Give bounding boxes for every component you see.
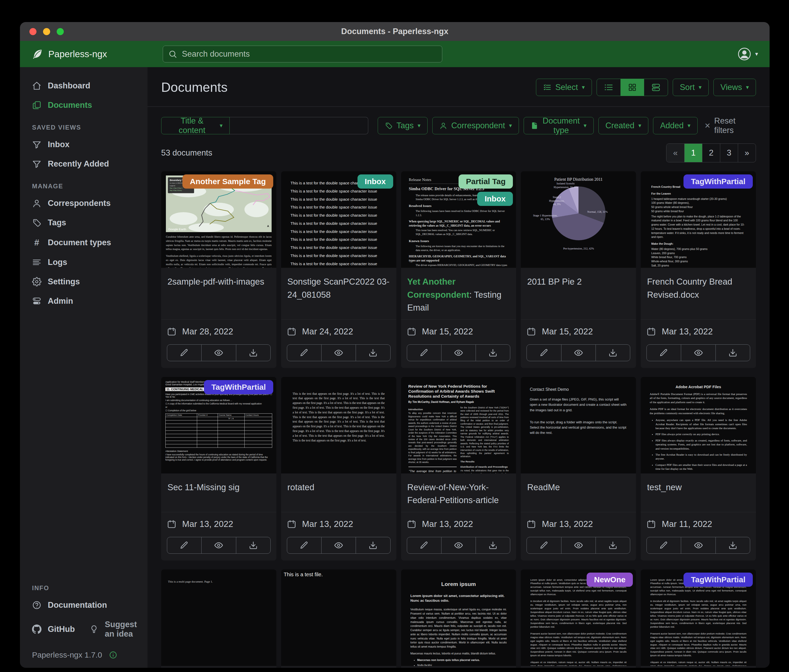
tag-badge[interactable]: TagWithPartial	[204, 380, 273, 394]
tag-badge[interactable]: TagWithPartial	[684, 174, 753, 189]
views-button[interactable]: Views▾	[713, 79, 756, 96]
sort-button[interactable]: Sort▾	[673, 79, 709, 96]
document-thumbnail[interactable]: French Country BreadFor the Leaven1 heap…	[641, 171, 756, 268]
correspondent-link[interactable]: Yet Another Correspondent	[407, 277, 470, 299]
document-thumbnail[interactable]: This is a test file.	[281, 569, 396, 666]
sidebar-item-document-types[interactable]: #Document types	[20, 232, 147, 253]
sidebar-item-dashboard[interactable]: Dashboard	[20, 76, 147, 96]
filter-tags-button[interactable]: Tags▾	[378, 117, 428, 134]
download-button[interactable]	[716, 345, 750, 361]
filter-correspondent-button[interactable]: Correspondent▾	[432, 117, 519, 134]
view-toggle-grid[interactable]	[620, 79, 644, 96]
filter-field-button[interactable]: Title & content▾	[161, 117, 230, 134]
sidebar-item-github[interactable]: GitHub	[20, 619, 77, 639]
sidebar-item-tags[interactable]: Tags	[20, 213, 147, 232]
filter-created-button[interactable]: Created▾	[599, 117, 648, 134]
minimize-window-button[interactable]	[43, 28, 50, 35]
zoom-window-button[interactable]	[57, 28, 64, 35]
edit-button[interactable]	[287, 537, 321, 553]
tag-badge[interactable]: TagWithPartial	[684, 573, 753, 587]
tag-badge[interactable]: Another Sample Tag	[182, 174, 273, 189]
filter-text-input[interactable]	[230, 117, 368, 134]
edit-button[interactable]	[527, 537, 561, 553]
sidebar-item-settings[interactable]: Settings	[20, 272, 147, 291]
view-button[interactable]	[321, 345, 356, 361]
tag-badge[interactable]: Inbox	[477, 192, 513, 206]
download-button[interactable]	[356, 345, 390, 361]
download-button[interactable]	[716, 537, 750, 553]
filter-document-type-button[interactable]: Document type▾	[524, 117, 593, 134]
user-menu[interactable]: ▾	[737, 47, 758, 61]
document-title[interactable]: rotated	[287, 481, 390, 494]
download-button[interactable]	[236, 345, 270, 361]
document-thumbnail[interactable]: Lorem ipsum dolor sit amet, consectetur …	[641, 569, 756, 666]
sidebar-item-documents[interactable]: Documents	[20, 96, 147, 115]
edit-button[interactable]	[167, 345, 201, 361]
document-title[interactable]: ReadMe	[527, 481, 630, 494]
tag-badge[interactable]: Inbox	[358, 174, 393, 189]
sidebar-item-logs[interactable]: Logs	[20, 253, 147, 272]
edit-button[interactable]	[647, 537, 681, 553]
download-button[interactable]	[236, 537, 270, 553]
tag-badge[interactable]: NewOne	[587, 573, 633, 587]
document-title[interactable]: 2011 BP Pie 2	[527, 275, 630, 288]
reset-filters-button[interactable]: ✕ Reset filters	[703, 116, 756, 135]
view-toggle-list[interactable]	[597, 79, 620, 96]
pagination-page-3[interactable]: 3	[720, 144, 738, 162]
brand[interactable]: Paperless-ngx	[32, 48, 163, 60]
document-title[interactable]: test_new	[647, 481, 750, 494]
document-thumbnail[interactable]: Lorem ipsumLorem ipsum dolor sit amet, c…	[401, 569, 516, 666]
select-button[interactable]: Select▾	[536, 79, 592, 96]
view-button[interactable]	[441, 537, 476, 553]
view-button[interactable]	[681, 537, 715, 553]
search-input[interactable]	[181, 49, 437, 59]
sidebar-item-suggest-idea[interactable]: Suggest an idea	[77, 615, 147, 644]
close-window-button[interactable]	[29, 28, 37, 35]
pagination-last[interactable]: »	[738, 144, 755, 162]
document-title[interactable]: Review-of-New-York-Federal-Petitions-art…	[407, 481, 510, 507]
pagination-page-1[interactable]: 1	[684, 144, 702, 162]
sidebar-item-documentation[interactable]: Documentation	[20, 596, 147, 615]
edit-button[interactable]	[167, 537, 201, 553]
pagination-first[interactable]: «	[666, 144, 684, 162]
document-thumbnail[interactable]: Application for Medical Staff MembersGoo…	[161, 377, 276, 473]
edit-button[interactable]	[287, 345, 321, 361]
download-button[interactable]	[596, 537, 630, 553]
sidebar-item-inbox[interactable]: Inbox	[20, 135, 147, 154]
download-button[interactable]	[476, 537, 510, 553]
document-thumbnail[interactable]: This is a test for the double space char…	[281, 171, 396, 268]
edit-button[interactable]	[407, 345, 441, 361]
download-button[interactable]	[356, 537, 390, 553]
document-thumbnail[interactable]: Adobe Acrobat PDF FilesAdobe® Portable D…	[641, 377, 756, 473]
document-thumbnail[interactable]: Review of New York Federal Petitions for…	[401, 377, 516, 473]
download-button[interactable]	[596, 345, 630, 361]
view-button[interactable]	[561, 345, 596, 361]
document-thumbnail[interactable]: Patient BP Distribution 2011Isolated Sys…	[521, 171, 636, 268]
info-icon[interactable]	[109, 651, 117, 659]
edit-button[interactable]	[407, 537, 441, 553]
sidebar-item-correspondents[interactable]: Correspondents	[20, 194, 147, 213]
view-toggle-cards[interactable]	[644, 79, 668, 96]
document-thumbnail[interactable]: Contact Sheet DemoGiven a set of image f…	[521, 377, 636, 473]
edit-button[interactable]	[527, 345, 561, 361]
download-button[interactable]	[476, 345, 510, 361]
view-button[interactable]	[681, 345, 715, 361]
tag-badge[interactable]: Partial Tag	[458, 174, 513, 189]
pagination-page-2[interactable]: 2	[702, 144, 720, 162]
sidebar-item-admin[interactable]: Admin	[20, 291, 147, 311]
view-button[interactable]	[441, 345, 476, 361]
document-title[interactable]: French Country Bread Revised.docx	[647, 275, 750, 301]
document-thumbnail[interactable]: This is a multi page document. Page 1.	[161, 569, 276, 666]
document-title[interactable]: 2sample-pdf-with-images	[168, 275, 270, 288]
document-thumbnail[interactable]: Boundary Waters Tripno days in BWCALegen…	[161, 171, 276, 268]
sidebar-item-recently-added[interactable]: Recently Added	[20, 154, 147, 174]
document-thumbnail[interactable]: Lorem ipsum dolor sit amet, consectetur …	[521, 569, 636, 666]
document-title[interactable]: Yet Another Correspondent: Testing Email	[407, 275, 510, 314]
filter-added-button[interactable]: Added▾	[653, 117, 698, 134]
document-title[interactable]: Sonstige ScanPC2022 03-24_081058	[287, 275, 390, 301]
view-button[interactable]	[561, 537, 596, 553]
document-thumbnail[interactable]: Release NotesSimba ODBC Driver for SQL S…	[401, 171, 516, 268]
view-button[interactable]	[201, 345, 236, 361]
document-thumbnail[interactable]: This is the text that appears on the fir…	[281, 377, 396, 473]
edit-button[interactable]	[647, 345, 681, 361]
